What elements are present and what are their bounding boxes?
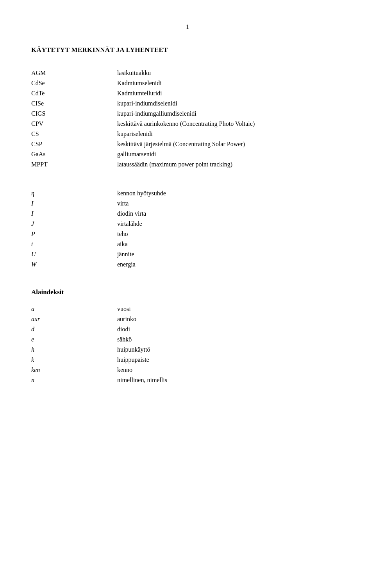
abbr-term: CdTe [31, 88, 117, 98]
table-row: CdTe Kadmiumtelluridi [31, 88, 344, 98]
abbr-term: CS [31, 129, 117, 139]
table-row: AGM lasikuituakku [31, 68, 344, 78]
table-row: MPPT lataussäädin (maximum power point t… [31, 159, 344, 170]
table-row: η kennon hyötysuhde [31, 188, 344, 198]
table-row: CISe kupari-indiumdiselenidi [31, 98, 344, 109]
subscript-definition: kenno [117, 365, 344, 375]
symbol-term: I [31, 209, 117, 219]
symbol-definition: diodin virta [117, 209, 344, 219]
subscript-definition: nimellinen, nimellis [117, 375, 344, 385]
symbol-term: t [31, 239, 117, 249]
table-row: I diodin virta [31, 209, 344, 219]
abbr-definition: Kadmiumtelluridi [117, 88, 344, 98]
symbol-definition: kennon hyötysuhde [117, 188, 344, 198]
table-row: U jännite [31, 249, 344, 259]
table-row: ken kenno [31, 365, 344, 375]
table-row: CdSe Kadmiumselenidi [31, 78, 344, 88]
symbol-term: U [31, 249, 117, 259]
subscript-definition: aurinko [117, 314, 344, 324]
symbol-term: η [31, 188, 117, 198]
abbr-definition: Kadmiumselenidi [117, 78, 344, 88]
abbr-term: CPV [31, 119, 117, 129]
abbr-definition: galliumarsenidi [117, 149, 344, 159]
subscript-term: d [31, 324, 117, 334]
table-row: J virtalähde [31, 219, 344, 229]
subscript-term: e [31, 334, 117, 345]
table-row: aur aurinko [31, 314, 344, 324]
abbr-definition: keskittävä aurinkokenno (Concentrating P… [117, 119, 344, 129]
symbol-definition: aika [117, 239, 344, 249]
table-row: h huipunkäyttö [31, 345, 344, 355]
symbol-term: I [31, 198, 117, 209]
section-title: KÄYTETYT MERKINNÄT JA LYHENTEET [31, 46, 344, 54]
abbr-definition: kupari-indiumgalliumdiselenidi [117, 109, 344, 119]
abbr-definition: lasikuituakku [117, 68, 344, 78]
table-row: P teho [31, 229, 344, 239]
subscript-definition: huipunkäyttö [117, 345, 344, 355]
table-row: n nimellinen, nimellis [31, 375, 344, 385]
table-row: e sähkö [31, 334, 344, 345]
subscript-term: k [31, 355, 117, 365]
subscript-term: a [31, 304, 117, 314]
symbol-term: P [31, 229, 117, 239]
subscript-term: h [31, 345, 117, 355]
table-row: a vuosi [31, 304, 344, 314]
subscript-definition: diodi [117, 324, 344, 334]
table-row: k huippupaiste [31, 355, 344, 365]
table-row: CSP keskittävä järjestelmä (Concentratin… [31, 139, 344, 149]
subscript-definition: vuosi [117, 304, 344, 314]
subscript-term: aur [31, 314, 117, 324]
symbol-definition: jännite [117, 249, 344, 259]
subscripts-table: a vuosi aur aurinko d diodi e sähkö h hu… [31, 304, 344, 385]
abbr-term: MPPT [31, 159, 117, 170]
table-row: t aika [31, 239, 344, 249]
table-row: W energia [31, 259, 344, 270]
symbol-term: J [31, 219, 117, 229]
subscript-definition: sähkö [117, 334, 344, 345]
subscript-term: n [31, 375, 117, 385]
abbr-term: CdSe [31, 78, 117, 88]
abbreviations-table: AGM lasikuituakku CdSe Kadmiumselenidi C… [31, 68, 344, 170]
abbr-definition: kupariselenidi [117, 129, 344, 139]
symbol-definition: energia [117, 259, 344, 270]
abbr-definition: kupari-indiumdiselenidi [117, 98, 344, 109]
subscript-term: ken [31, 365, 117, 375]
abbr-definition: keskittävä järjestelmä (Concentrating So… [117, 139, 344, 149]
abbr-term: CIGS [31, 109, 117, 119]
abbr-term: AGM [31, 68, 117, 78]
table-row: CPV keskittävä aurinkokenno (Concentrati… [31, 119, 344, 129]
table-row: CS kupariselenidi [31, 129, 344, 139]
subscript-definition: huippupaiste [117, 355, 344, 365]
abbr-term: GaAs [31, 149, 117, 159]
abbr-term: CSP [31, 139, 117, 149]
table-row: CIGS kupari-indiumgalliumdiselenidi [31, 109, 344, 119]
symbol-definition: virtalähde [117, 219, 344, 229]
symbols-table: η kennon hyötysuhde I virta I diodin vir… [31, 185, 344, 270]
symbol-definition: teho [117, 229, 344, 239]
table-row: I virta [31, 198, 344, 209]
symbol-term: W [31, 259, 117, 270]
abbr-term: CISe [31, 98, 117, 109]
subsection-title: Alaindeksit [31, 288, 344, 296]
abbr-definition: lataussäädin (maximum power point tracki… [117, 159, 344, 170]
page-number: 1 [31, 23, 344, 30]
table-row: d diodi [31, 324, 344, 334]
symbol-definition: virta [117, 198, 344, 209]
table-row: GaAs galliumarsenidi [31, 149, 344, 159]
